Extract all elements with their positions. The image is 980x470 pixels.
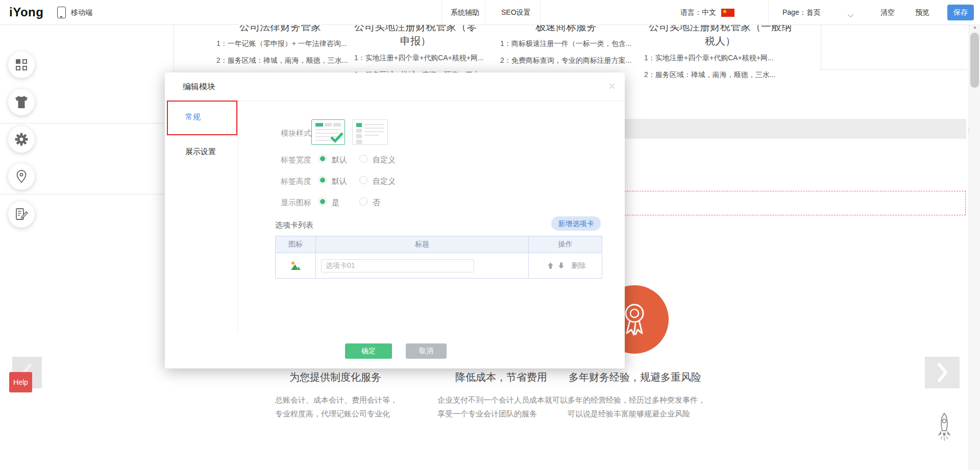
back-to-top-rocket-icon[interactable] [936,412,953,446]
close-icon[interactable]: × [608,80,616,93]
move-up-icon[interactable] [547,262,554,269]
style-preview [315,123,341,127]
language-selector[interactable]: 语言：中文 [680,0,716,24]
benefit-line: 多年的经营经验，经历过多种突发事件， [568,393,702,407]
benefit-card: 多年财务经验，规避多重风险 多年的经营经验，经历过多种突发事件， 可以说是经验丰… [568,370,702,420]
page-selector[interactable]: Page：首页 [782,0,821,24]
benefit-title: 多年财务经验，规避多重风险 [568,370,702,384]
benefit-line: 可以说是经验丰富能够规避企业风险 [568,407,702,420]
service-line: 1：实地注册+四个章+代购CA+核税+网... [644,50,796,66]
sidebar-item-design[interactable] [8,89,35,115]
save-button[interactable]: 保存 [947,5,974,20]
empty-module-dropzone[interactable] [622,191,966,215]
clear-button[interactable]: 清空 [880,0,895,24]
service-line: 2：服务区域：禅城，南海，顺德，三水... [644,66,796,83]
benefit-line: 企业支付不到一个会计人员成本就可以 [437,393,565,407]
sidebar-item-edit[interactable] [8,201,35,228]
sidebar-item-modules[interactable] [8,52,35,78]
preview-button[interactable]: 预览 [915,0,929,24]
table-row: 删除 [276,253,602,278]
dialog-header: 编辑模块 × [165,72,625,101]
radio-yes[interactable] [318,197,327,206]
table-header-row: 图标 标题 操作 [276,236,602,253]
dialog-tab-column: 常规 展示设置 [165,101,238,332]
benefit-title: 降低成本，节省费用 [437,370,565,384]
tab-title-input[interactable] [321,259,474,273]
cancel-button[interactable]: 取消 [406,343,447,359]
radio-label[interactable]: 是 [332,198,339,207]
carousel-next-button[interactable] [925,357,960,388]
radio-label[interactable]: 默认 [332,155,347,164]
editor-screen: 公司法律财务管家 1：一年记账（零申报）+ 一年法律咨询... 2：服务区域：禅… [0,0,980,470]
page-scrollbar[interactable]: ▲ [969,23,980,470]
service-line: 2：免费商标查询，专业的商标注册方案... [500,52,632,69]
service-line: 1：一年记账（零申报）+ 一年法律咨询... [216,35,344,52]
benefit-title: 为您提供制度化服务 [275,370,396,384]
section-divider [821,69,966,70]
radio-default[interactable] [318,155,327,163]
radio-label[interactable]: 自定义 [373,177,396,185]
modules-grid-icon [16,59,27,70]
service-card: 公司法律财务管家 1：一年记账（零申报）+ 一年法律咨询... 2：服务区域：禅… [216,19,344,69]
image-icon[interactable] [290,261,301,270]
scroll-up-icon[interactable]: ▲ [969,24,980,30]
divider [768,0,769,24]
dialog-title: 编辑模块 [183,72,215,101]
delete-row-button[interactable]: 删除 [572,261,586,270]
radio-label[interactable]: 自定义 [373,155,396,164]
service-card: 极速商标服务 1：商标极速注册一件（一标一类，包含... 2：免费商标查询，专业… [500,19,632,69]
edit-doc-icon [15,208,29,221]
device-toggle-mobile[interactable]: 移动端 [71,0,92,24]
divider [540,0,541,24]
service-line: 1：实地注册+四个章+代购CA+核税+网... [354,50,477,66]
radio-no[interactable] [359,197,368,206]
app-logo: iYong [9,5,43,19]
divider [485,0,485,24]
chevron-right-icon [937,363,948,382]
selected-check-icon [330,132,344,144]
tshirt-icon [14,95,29,109]
tab-list-table: 图标 标题 操作 [275,236,602,279]
service-line: 1：商标极速注册一件（一标一类，包含... [500,35,632,52]
toolbar: iYong 移动端 系统辅助 SEO设置 语言：中文 ★ Page：首页 清空 … [0,0,980,25]
radio-label[interactable]: 否 [373,198,380,207]
add-tab-button[interactable]: 新增选项卡 [551,216,601,231]
field-label: 标签高度 [258,177,311,186]
tab-list-label: 选项卡列表 [275,220,313,230]
tab-display-settings[interactable]: 展示设置 [185,147,216,157]
column-header-icon: 图标 [276,236,315,253]
edit-module-dialog: 编辑模块 × 常规 展示设置 模块样式 [165,72,625,368]
radio-label[interactable]: 默认 [332,177,347,185]
flag-star: ★ [722,9,727,15]
confirm-button[interactable]: 确定 [345,343,392,359]
divider [442,0,442,24]
style-preview [356,123,384,145]
sidebar-item-location[interactable] [8,163,35,190]
scrollbar-thumb[interactable] [970,33,979,88]
benefit-card: 降低成本，节省费用 企业支付不到一个会计人员成本就可以 享受一个专业会计团队的服… [437,370,565,420]
section-divider [821,25,821,69]
service-card: 公司实地注册财税管家（一般纳税人） 1：实地注册+四个章+代购CA+核税+网..… [644,19,796,83]
service-line: 2：服务区域：禅城，南海，顺德，三水... [216,52,344,69]
gear-icon [14,132,29,146]
style-option-tabs-left[interactable] [352,119,388,145]
sidebar-item-settings[interactable] [8,126,35,153]
menu-system-assist[interactable]: 系统辅助 [451,0,479,24]
radio-default[interactable] [318,176,327,184]
benefit-line: 享受一个专业会计团队的服务 [437,407,565,420]
placeholder-strip [622,119,966,139]
benefit-card: 为您提供制度化服务 总账会计、成本会计、费用会计等， 专业程度高，代理记账公司专… [275,370,396,420]
tab-general[interactable]: 常规 [185,112,201,122]
menu-seo-settings[interactable]: SEO设置 [501,0,531,24]
field-label: 显示图标 [258,198,311,208]
mobile-device-icon [57,7,66,18]
style-option-tabs-top[interactable] [311,119,345,145]
radio-custom[interactable] [359,176,368,184]
move-down-icon[interactable] [558,262,565,269]
benefit-line: 总账会计、成本会计、费用会计等， [275,393,396,407]
radio-custom[interactable] [359,155,368,163]
column-header-actions: 操作 [529,236,602,253]
help-button[interactable]: Help [9,372,32,392]
china-flag-icon: ★ [721,9,734,17]
benefit-line: 专业程度高，代理记账公司专业化 [275,407,396,420]
